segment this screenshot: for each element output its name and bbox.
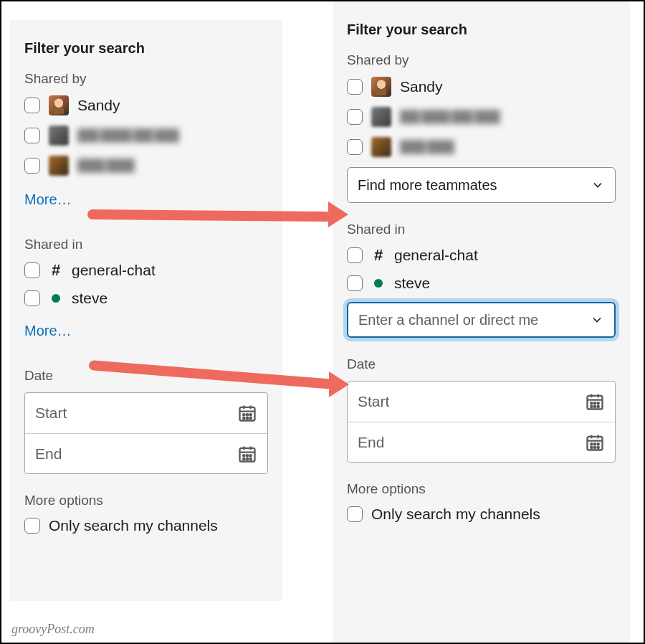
calendar-icon (585, 392, 605, 412)
person-name-redacted (400, 110, 500, 124)
checkbox[interactable] (347, 109, 363, 125)
chevron-down-icon (591, 178, 605, 192)
dm-name: steve (72, 290, 108, 307)
attribution-text: groovyPost.com (11, 622, 95, 637)
filter-panel-expanded: Filter your search Shared by Sandy Find … (333, 1, 630, 643)
filter-heading: Filter your search (24, 40, 268, 57)
person-name-redacted (77, 128, 179, 143)
only-my-channels-label: Only search my channels (371, 506, 540, 523)
avatar (49, 126, 69, 146)
checkbox[interactable] (347, 79, 363, 95)
svg-point-13 (250, 458, 252, 459)
more-options-label: More options (347, 481, 616, 497)
avatar (49, 156, 69, 176)
calendar-icon (237, 444, 257, 464)
date-end-placeholder: End (35, 445, 62, 463)
person-name-redacted (400, 140, 454, 154)
checkbox[interactable] (24, 290, 40, 306)
person-name-redacted (77, 158, 135, 173)
svg-point-5 (247, 417, 248, 419)
svg-point-27 (598, 446, 599, 448)
svg-point-4 (243, 417, 244, 419)
shared-by-item[interactable] (24, 156, 268, 176)
shared-in-item-steve[interactable]: steve (347, 275, 616, 292)
svg-point-8 (243, 455, 244, 456)
svg-point-25 (591, 446, 592, 448)
date-end-placeholder: End (358, 434, 384, 451)
shared-by-item[interactable] (347, 137, 616, 157)
checkbox[interactable] (24, 128, 40, 143)
date-start-input[interactable]: Start (348, 382, 615, 422)
svg-point-1 (243, 414, 244, 415)
checkbox[interactable] (24, 262, 40, 278)
more-channels-link[interactable]: More… (24, 323, 72, 339)
avatar (371, 107, 391, 127)
shared-by-item[interactable] (24, 126, 268, 146)
svg-point-23 (594, 443, 596, 445)
shared-in-item-general[interactable]: # general-chat (347, 246, 616, 265)
svg-point-3 (250, 414, 252, 415)
checkbox[interactable] (347, 275, 363, 291)
shared-in-label: Shared in (24, 237, 268, 252)
more-people-link[interactable]: More… (24, 191, 72, 208)
chevron-down-icon (590, 313, 604, 327)
checkbox[interactable] (347, 247, 363, 263)
svg-point-16 (594, 402, 596, 404)
avatar-sandy (371, 77, 391, 97)
shared-by-item[interactable] (347, 107, 616, 127)
date-label: Date (24, 368, 268, 384)
avatar-sandy (49, 95, 69, 115)
checkbox[interactable] (347, 139, 363, 155)
channel-name: general-chat (72, 262, 156, 279)
hash-icon: # (371, 246, 386, 265)
shared-in-item-general[interactable]: # general-chat (24, 261, 268, 280)
shared-by-item-sandy[interactable]: Sandy (24, 95, 268, 115)
avatar (371, 137, 391, 157)
shared-in-label: Shared in (347, 222, 616, 237)
svg-point-10 (250, 455, 252, 456)
hash-icon: # (49, 261, 63, 280)
filter-panel-collapsed: Filter your search Shared by Sandy More…… (10, 20, 282, 601)
svg-point-12 (247, 458, 248, 459)
checkbox[interactable] (24, 518, 40, 534)
calendar-icon (237, 403, 257, 423)
svg-point-18 (591, 406, 592, 407)
checkbox[interactable] (24, 158, 40, 174)
only-my-channels-option[interactable]: Only search my channels (347, 506, 616, 523)
svg-point-20 (598, 406, 599, 407)
svg-point-17 (598, 402, 599, 404)
checkbox[interactable] (24, 98, 40, 113)
date-end-input[interactable]: End (25, 433, 267, 473)
shared-in-item-steve[interactable]: steve (24, 290, 268, 307)
select-label: Find more teammates (358, 177, 497, 194)
more-options-label: More options (24, 493, 268, 508)
presence-dot-icon (374, 279, 383, 288)
enter-channel-select[interactable]: Enter a channel or direct me (347, 302, 616, 338)
shared-by-label: Shared by (24, 71, 268, 87)
date-start-input[interactable]: Start (25, 393, 267, 433)
only-my-channels-label: Only search my channels (49, 517, 218, 534)
date-range-box: Start End (347, 381, 616, 463)
shared-by-item-sandy[interactable]: Sandy (347, 77, 616, 97)
calendar-icon (585, 432, 605, 453)
svg-point-9 (247, 455, 248, 456)
date-start-placeholder: Start (35, 404, 67, 422)
filter-heading: Filter your search (347, 22, 616, 38)
presence-dot-icon (52, 294, 60, 303)
date-start-placeholder: Start (358, 393, 389, 410)
only-my-channels-option[interactable]: Only search my channels (24, 517, 268, 534)
date-label: Date (347, 356, 616, 372)
svg-point-6 (250, 417, 252, 419)
svg-point-11 (243, 458, 244, 459)
checkbox[interactable] (347, 506, 363, 522)
person-name: Sandy (400, 78, 443, 95)
date-range-box: Start End (24, 392, 268, 474)
svg-point-24 (598, 443, 599, 445)
svg-point-2 (247, 414, 248, 415)
dm-name: steve (394, 275, 430, 292)
shared-by-label: Shared by (347, 52, 616, 68)
select-placeholder: Enter a channel or direct me (358, 312, 538, 328)
svg-point-26 (594, 446, 596, 448)
date-end-input[interactable]: End (348, 422, 615, 462)
find-more-teammates-select[interactable]: Find more teammates (347, 167, 616, 203)
